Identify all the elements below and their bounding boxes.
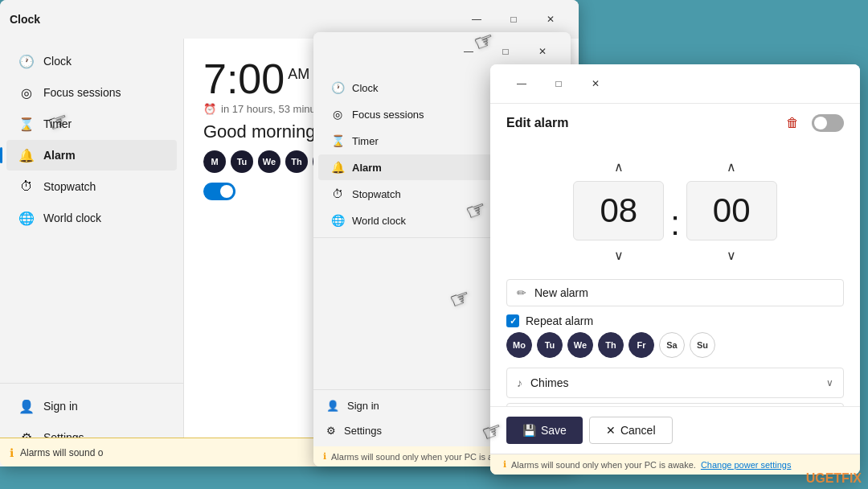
hours-display[interactable]: 08 (573, 181, 664, 240)
clock-icon: 🕐 (19, 54, 34, 68)
alarm-toggle[interactable] (203, 183, 235, 200)
hours-up-button[interactable] (603, 155, 635, 178)
day-pill-tu: Tu (231, 150, 253, 173)
alarm-name-input[interactable] (534, 286, 833, 299)
mid-worldclock-icon: 🌐 (331, 214, 344, 227)
mid-clock-icon: 🕐 (331, 81, 344, 94)
chevron-down-icon (614, 248, 624, 263)
day-button-tu[interactable]: Tu (537, 332, 563, 358)
sound-dropdown-arrow: ∨ (826, 377, 833, 388)
sidebar-item-timer[interactable]: ⌛ Timer (6, 109, 177, 139)
day-button-fr[interactable]: Fr (628, 332, 654, 358)
bg-sidebar: 🕐 Clock ◎ Focus sessions ⌛ Timer 🔔 Alarm… (0, 39, 183, 466)
dialog-status-bar: ℹ Alarms will sound only when your PC is… (490, 454, 860, 475)
bg-maximize-button[interactable]: □ (495, 6, 532, 32)
day-pill-th: Th (285, 150, 308, 173)
chevron-up-icon (614, 159, 624, 175)
mid-alarm-icon: 🔔 (331, 161, 344, 174)
signin-icon: 👤 (19, 399, 34, 413)
bg-sidebar-nav: 🕐 Clock ◎ Focus sessions ⌛ Timer 🔔 Alarm… (0, 45, 183, 383)
sidebar-item-timer-label: Timer (43, 117, 72, 130)
day-button-we[interactable]: We (567, 332, 593, 358)
mid-settings-label: Settings (344, 425, 382, 437)
sidebar-item-worldclock[interactable]: 🌐 World clock (6, 203, 177, 233)
dialog-title: Edit alarm (506, 116, 568, 130)
sidebar-item-signin-label: Sign in (43, 400, 78, 413)
save-button[interactable]: 💾 Save (506, 417, 583, 444)
day-button-su[interactable]: Su (690, 332, 715, 358)
edit-alarm-dialog: — □ ✕ Edit alarm 🗑 08 : (490, 64, 860, 475)
delete-icon: 🗑 (786, 116, 799, 130)
dialog-header-actions: 🗑 (780, 110, 844, 136)
change-power-settings-link[interactable]: Change power settings (701, 460, 792, 470)
minutes-up-button[interactable] (715, 155, 747, 178)
mid-sidebar-clock-label: Clock (352, 82, 379, 94)
mid-signin-label: Sign in (347, 400, 379, 412)
mid-close-button[interactable]: ✕ (524, 39, 561, 64)
alarm-icon: 🔔 (19, 148, 34, 162)
sidebar-item-focus-label: Focus sessions (43, 86, 121, 99)
repeat-alarm-row: Repeat alarm (506, 314, 844, 327)
day-button-th[interactable]: Th (598, 332, 624, 358)
save-label: Save (541, 424, 567, 437)
dialog-header-row: Edit alarm 🗑 (490, 104, 860, 139)
sidebar-item-clock[interactable]: 🕐 Clock (6, 46, 177, 76)
repeat-checkbox[interactable] (506, 314, 519, 327)
alarm-ampm: AM (288, 66, 309, 82)
minutes-up-icon (727, 159, 736, 175)
day-pill-m: M (203, 150, 226, 173)
sound-value: Chimes (530, 376, 818, 389)
sound-dropdown[interactable]: ♪ Chimes ∨ (506, 368, 844, 398)
dialog-close-button[interactable]: ✕ (577, 71, 614, 97)
stopwatch-icon: ⏱ (19, 179, 34, 194)
mid-timer-icon: ⌛ (331, 134, 344, 147)
sidebar-item-alarm[interactable]: 🔔 Alarm (6, 140, 177, 171)
dialog-alarm-toggle[interactable] (812, 114, 844, 132)
mid-sidebar-worldclock-label: World clock (352, 215, 406, 227)
hours-column: 08 (573, 155, 664, 266)
bg-minimize-button[interactable]: — (458, 6, 495, 32)
bg-window-controls: — □ ✕ (458, 6, 569, 32)
dialog-status-text: Alarms will sound only when your PC is a… (511, 460, 696, 470)
minutes-down-button[interactable] (715, 244, 747, 266)
mid-sidebar-focus-label: Focus sessions (352, 109, 424, 121)
time-separator: : (664, 204, 686, 243)
bg-status-text: Alarms will sound o (20, 447, 103, 458)
sidebar-item-alarm-label: Alarm (43, 149, 76, 162)
mid-status-text: Alarms will sound only when your PC is a… (331, 452, 516, 462)
mid-window-controls: — □ ✕ (450, 39, 561, 64)
cancel-x-icon: ✕ (606, 424, 616, 437)
mid-sidebar-timer-label: Timer (352, 135, 379, 147)
hours-down-button[interactable] (603, 244, 635, 266)
bg-close-button[interactable]: ✕ (532, 6, 569, 32)
time-picker: 08 : 00 (506, 155, 844, 266)
timer-icon: ⌛ (19, 117, 34, 131)
mid-maximize-button[interactable]: □ (487, 39, 524, 64)
sidebar-item-stopwatch-label: Stopwatch (43, 180, 96, 193)
alarm-clock-icon: ⏰ (203, 103, 216, 115)
save-icon: 💾 (522, 424, 536, 437)
day-button-mo[interactable]: Mo (506, 332, 532, 358)
minutes-display[interactable]: 00 (686, 181, 777, 240)
mid-status-icon: ℹ (323, 451, 326, 462)
mid-stopwatch-icon: ⏱ (331, 187, 344, 200)
sidebar-item-stopwatch[interactable]: ⏱ Stopwatch (6, 171, 177, 202)
mid-signin-icon: 👤 (326, 400, 339, 412)
repeat-label: Repeat alarm (526, 314, 593, 327)
day-pill-we: We (258, 150, 280, 173)
day-button-sa[interactable]: Sa (659, 332, 685, 358)
watermark: UGETFIX (806, 471, 862, 486)
dialog-maximize-button[interactable]: □ (540, 71, 577, 97)
dialog-minimize-button[interactable]: — (503, 71, 540, 97)
mid-sidebar-alarm-label: Alarm (352, 162, 382, 174)
mid-minimize-button[interactable]: — (450, 39, 487, 64)
bg-window-title: Clock (10, 13, 40, 26)
sidebar-item-focus[interactable]: ◎ Focus sessions (6, 77, 177, 108)
delete-alarm-button[interactable]: 🗑 (780, 110, 805, 136)
mid-settings-icon: ⚙ (326, 425, 336, 437)
cancel-button[interactable]: ✕ Cancel (589, 417, 673, 444)
dialog-body: 08 : 00 ✏ Repeat ala (490, 139, 860, 406)
sidebar-item-signin[interactable]: 👤 Sign in (6, 391, 177, 421)
minutes-down-icon (727, 248, 736, 263)
alarm-name-row: ✏ (506, 279, 844, 306)
